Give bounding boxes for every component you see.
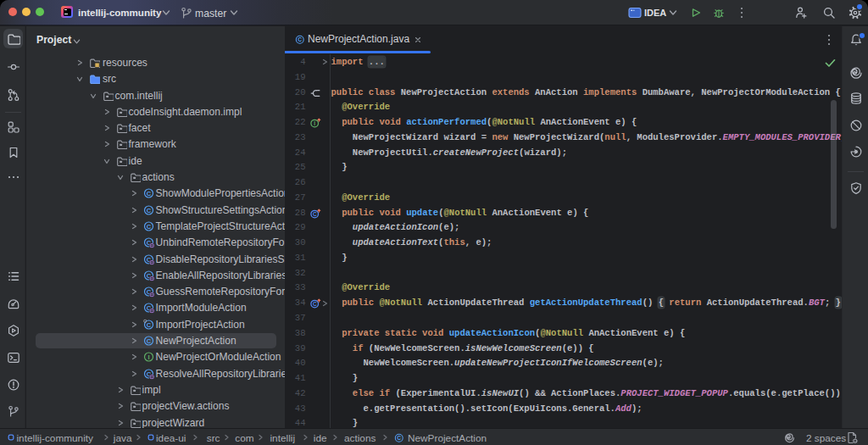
svg-text:C: C — [147, 206, 152, 214]
svg-text:C: C — [298, 36, 302, 42]
svg-text:C: C — [313, 301, 317, 307]
svg-text:C: C — [397, 435, 401, 441]
svg-text:C: C — [313, 211, 317, 217]
svg-text:C: C — [147, 190, 152, 197]
svg-text:I: I — [314, 120, 315, 126]
svg-text:C: C — [147, 321, 152, 329]
svg-text:I: I — [147, 353, 149, 361]
svg-text:C: C — [147, 337, 152, 345]
svg-text:C: C — [147, 223, 152, 231]
